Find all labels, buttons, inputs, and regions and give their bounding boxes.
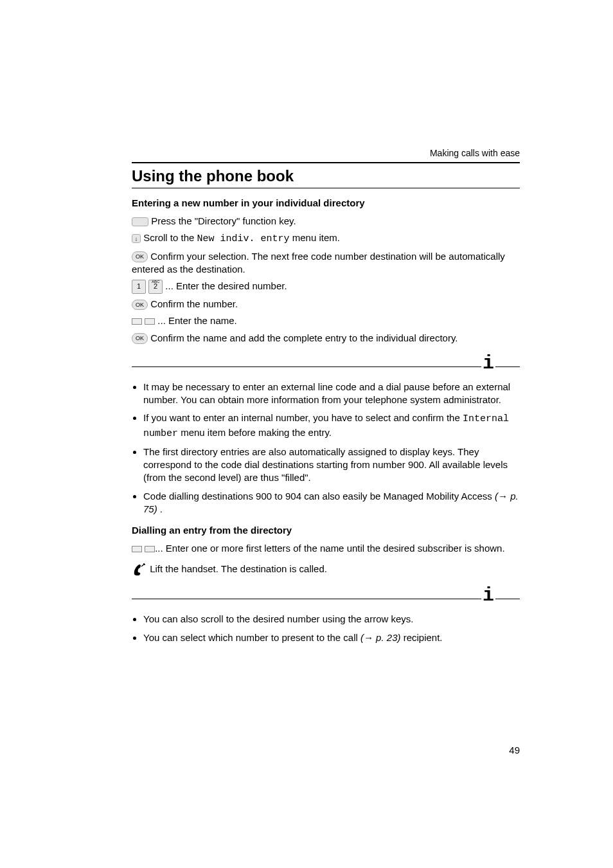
step-text: Scroll to the	[141, 232, 197, 243]
step-text: ... Enter the desired number.	[163, 280, 287, 291]
alpha-key-icon	[132, 318, 142, 325]
page-number: 49	[509, 745, 520, 755]
note-item: Code dialling destinations 900 to 904 ca…	[143, 490, 520, 516]
note-item: The first directory entries are also aut…	[143, 446, 520, 485]
note-divider: i	[132, 588, 520, 604]
info-icon: i	[481, 354, 495, 373]
step-text: Press the "Directory" function key.	[148, 215, 296, 226]
step-text: Confirm the name and add the complete en…	[148, 332, 458, 343]
title-rule-bottom	[132, 188, 520, 188]
title-rule-top	[132, 162, 520, 163]
note-text: .	[157, 503, 163, 514]
step-text: ... Enter the name.	[155, 315, 237, 326]
down-arrow-icon: ↓	[132, 234, 141, 243]
note-item: If you want to enter an internal number,…	[143, 411, 520, 440]
page-title: Using the phone book	[132, 165, 520, 188]
step-confirm-name: OK Confirm the name and add the complete…	[132, 332, 520, 345]
step-text: Lift the handset. The destination is cal…	[147, 563, 327, 574]
step-enter-number: 1 ABC2 ... Enter the desired number.	[132, 280, 520, 294]
alpha-key-icon	[132, 546, 142, 552]
menu-item-mono: New indiv. entry	[197, 233, 290, 244]
ok-button-icon: OK	[132, 333, 148, 343]
note-item: You can also scroll to the desired numbe…	[143, 613, 520, 626]
step-enter-name: ... Enter the name.	[132, 314, 520, 327]
step-text: Confirm your selection. The next free co…	[132, 251, 505, 275]
subheading-dialling: Dialling an entry from the directory	[132, 525, 520, 536]
notes-list-1: It may be necessary to enter an external…	[132, 381, 520, 516]
step-confirm-selection: OK Confirm your selection. The next free…	[132, 250, 520, 276]
alpha-key-icon	[145, 318, 155, 325]
note-divider: i	[132, 356, 520, 372]
note-item: It may be necessary to enter an external…	[143, 381, 520, 407]
step-enter-letters: ... Enter one or more first letters of t…	[132, 542, 520, 555]
step-text: menu item.	[290, 232, 340, 243]
note-text: recipient.	[400, 632, 442, 643]
step-press-directory: Press the "Directory" function key.	[132, 215, 520, 228]
cross-reference: (→ p. 23)	[360, 632, 400, 643]
step-lift-handset: Lift the handset. The destination is cal…	[132, 563, 520, 577]
note-text: If you want to enter an internal number,…	[143, 412, 463, 423]
info-icon: i	[481, 586, 495, 605]
notes-list-2: You can also scroll to the desired numbe…	[132, 613, 520, 644]
step-confirm-number: OK Confirm the number.	[132, 298, 520, 311]
note-text: You can select which number to present t…	[143, 632, 360, 643]
note-text: menu item before making the entry.	[178, 427, 332, 438]
step-text: ... Enter one or more first letters of t…	[155, 543, 504, 554]
subheading-entering: Entering a new number in your individual…	[132, 197, 520, 208]
keypad-1-icon: 1	[132, 280, 146, 294]
running-header: Making calls with ease	[132, 148, 520, 158]
alpha-key-icon	[145, 546, 155, 552]
step-scroll-menu: ↓ Scroll to the New indiv. entry menu it…	[132, 231, 520, 246]
ok-button-icon: OK	[132, 251, 148, 262]
step-text: Confirm the number.	[148, 298, 238, 309]
keypad-2-icon: ABC2	[148, 280, 163, 294]
note-item: You can select which number to present t…	[143, 631, 520, 644]
handset-icon	[132, 563, 147, 577]
ok-button-icon: OK	[132, 300, 148, 310]
function-key-icon	[132, 217, 148, 226]
note-text: Code dialling destinations 900 to 904 ca…	[143, 491, 495, 502]
